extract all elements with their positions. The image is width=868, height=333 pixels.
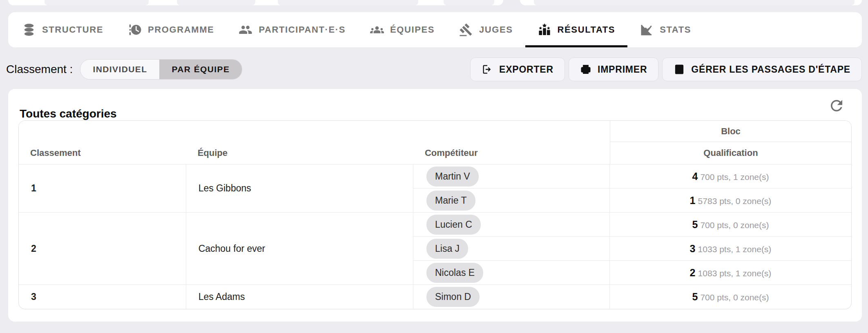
competitor-cell: Simon D	[413, 285, 610, 309]
table-row: 1Les Gibbons Martin V 4 700 pts, 1 zone(…	[19, 164, 851, 189]
column-header-competiteur: Compétiteur	[413, 142, 610, 164]
refresh-button[interactable]	[828, 97, 846, 115]
competitor-cell: Lucien C	[413, 213, 610, 237]
tab-label: JUGES	[479, 24, 513, 35]
qualification-cell: 1 5783 pts, 0 zone(s)	[610, 189, 851, 213]
tab-label: PARTICIPANT·E·S	[259, 24, 346, 35]
tab-label: STATS	[660, 24, 691, 35]
leaderboard-icon	[538, 23, 551, 37]
imprimer-button[interactable]: IMPRIMER	[569, 58, 658, 81]
qualification-detail: 1033 pts, 1 zone(s)	[698, 244, 772, 254]
ranking-toggle-group: INDIVIDUEL PAR ÉQUIPE	[80, 59, 242, 80]
competitor-chip[interactable]: Martin V	[426, 166, 479, 186]
toggle-option-label: INDIVIDUEL	[93, 64, 147, 74]
tab-programme[interactable]: PROGRAMME	[116, 12, 226, 47]
tab-label: PROGRAMME	[148, 24, 214, 35]
results-table-container: Bloc Classement Équipe Compétiteur Quali…	[18, 120, 852, 309]
competitor-chip[interactable]: Marie T	[426, 191, 475, 211]
qualification-rank: 1	[690, 195, 696, 206]
qualification-cell: 5 700 pts, 0 zone(s)	[610, 213, 851, 237]
top-field	[45, 0, 149, 5]
tab-label: RÉSULTATS	[558, 24, 616, 35]
table-body: 1Les Gibbons Martin V 4 700 pts, 1 zone(…	[19, 164, 851, 309]
qualification-rank: 5	[692, 219, 698, 230]
competitor-chip[interactable]: Simon D	[426, 287, 480, 307]
tab-participant-e-s[interactable]: PARTICIPANT·E·S	[226, 12, 358, 47]
chart-icon	[640, 23, 654, 37]
people-icon	[239, 23, 252, 37]
refresh-icon	[828, 109, 845, 115]
qualification-detail: 700 pts, 0 zone(s)	[700, 220, 769, 230]
competitor-chip[interactable]: Lisa J	[426, 239, 468, 259]
top-field	[278, 0, 418, 5]
toggle-option-par-quipe[interactable]: PAR ÉQUIPE	[159, 60, 242, 79]
action-button-label: EXPORTER	[499, 64, 553, 75]
action-button-label: IMPRIMER	[598, 64, 647, 75]
results-card: Toutes catégories Bloc Classement Équipe…	[8, 89, 862, 322]
tab-r-sultats[interactable]: RÉSULTATS	[525, 12, 628, 47]
top-card-right	[520, 0, 862, 5]
top-strip	[0, 0, 868, 5]
toggle-option-label: PAR ÉQUIPE	[172, 64, 230, 74]
g-rer-les-passages-d-tape-button[interactable]: GÉRER LES PASSAGES D'ÉTAPE	[662, 58, 862, 81]
qualification-cell: 5 700 pts, 0 zone(s)	[610, 285, 851, 309]
gavel-icon	[459, 23, 473, 37]
competitor-chip[interactable]: Nicolas E	[426, 263, 483, 283]
exporter-button[interactable]: EXPORTER	[470, 58, 565, 81]
card-title: Toutes catégories	[20, 107, 117, 120]
competitor-cell: Lisa J	[413, 237, 610, 261]
column-header-bloc: Bloc	[610, 121, 851, 142]
export-icon	[482, 64, 493, 75]
active-tab-indicator	[525, 45, 628, 47]
action-button-label: GÉRER LES PASSAGES D'ÉTAPE	[691, 64, 850, 75]
competitor-cell: Marie T	[413, 189, 610, 213]
toolbar: Classement : INDIVIDUEL PAR ÉQUIPE EXPOR…	[6, 56, 862, 82]
tab-label: ÉQUIPES	[390, 24, 435, 35]
qualification-rank: 4	[692, 171, 698, 182]
tab-juges[interactable]: JUGES	[447, 12, 525, 47]
qualification-detail: 700 pts, 1 zone(s)	[700, 172, 769, 182]
competitor-cell: Martin V	[413, 164, 610, 189]
rank-cell: 3	[19, 285, 186, 309]
groups-icon	[370, 23, 384, 37]
qualification-cell: 3 1033 pts, 1 zone(s)	[610, 237, 851, 261]
team-cell: Les Adams	[186, 285, 413, 309]
qualification-rank: 5	[692, 291, 698, 302]
top-field	[177, 0, 255, 5]
competitor-chip[interactable]: Lucien C	[426, 215, 481, 235]
column-header-equipe: Équipe	[186, 142, 413, 164]
top-field	[444, 0, 494, 5]
top-card-left	[8, 0, 503, 5]
qualification-rank: 2	[690, 267, 696, 278]
team-cell: Les Gibbons	[186, 164, 413, 213]
column-header-classement: Classement	[19, 142, 186, 164]
top-field	[534, 0, 855, 5]
app-root: { "tabs": { "items": [ {"label": "STRUCT…	[0, 0, 868, 333]
qualification-rank: 3	[690, 243, 696, 254]
qualification-cell: 4 700 pts, 1 zone(s)	[610, 164, 851, 189]
layers-icon	[22, 23, 36, 37]
toolbar-actions: EXPORTER IMPRIMER GÉRER LES PASSAGES D'É…	[470, 58, 862, 81]
table-row: 3Les Adams Simon D 5 700 pts, 0 zone(s)	[19, 285, 851, 309]
table-row: 2Cachou for ever Lucien C 5 700 pts, 0 z…	[19, 213, 851, 237]
qualification-detail: 700 pts, 0 zone(s)	[700, 293, 769, 302]
schedule-icon	[128, 23, 142, 37]
competitor-cell: Nicolas E	[413, 261, 610, 285]
results-table: Bloc Classement Équipe Compétiteur Quali…	[19, 121, 851, 309]
rank-cell: 2	[19, 213, 186, 285]
checklist-icon	[674, 64, 685, 75]
tab-label: STRUCTURE	[42, 24, 103, 35]
table-header: Bloc Classement Équipe Compétiteur Quali…	[19, 121, 851, 164]
tab-bar: STRUCTURE PROGRAMME PARTICIPANT·E·S ÉQUI…	[8, 12, 862, 47]
ranking-mode-control: Classement : INDIVIDUEL PAR ÉQUIPE	[6, 59, 242, 80]
qualification-cell: 2 1083 pts, 1 zone(s)	[610, 261, 851, 285]
rank-cell: 1	[19, 164, 186, 213]
tab--quipes[interactable]: ÉQUIPES	[358, 12, 447, 47]
print-icon	[580, 64, 591, 75]
tab-structure[interactable]: STRUCTURE	[10, 12, 116, 47]
column-header-qualification: Qualification	[610, 142, 851, 164]
toggle-option-individuel[interactable]: INDIVIDUEL	[80, 60, 159, 79]
qualification-detail: 1083 pts, 1 zone(s)	[698, 269, 772, 278]
tab-stats[interactable]: STATS	[627, 12, 703, 47]
qualification-detail: 5783 pts, 0 zone(s)	[698, 196, 772, 206]
